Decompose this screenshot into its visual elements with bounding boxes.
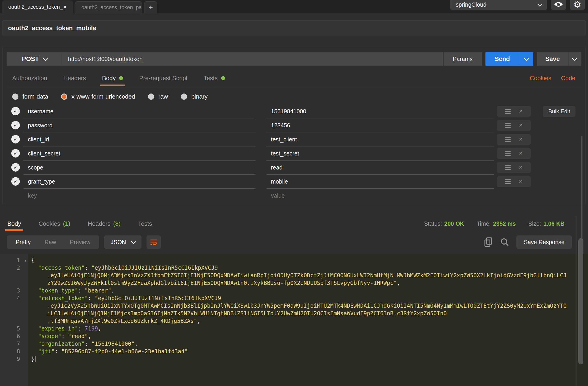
- key-input[interactable]: key: [23, 189, 255, 203]
- save-options-button[interactable]: [568, 52, 581, 66]
- save-button[interactable]: Save: [537, 52, 568, 66]
- value-input[interactable]: test_client: [266, 132, 494, 146]
- view-pretty[interactable]: Pretty: [9, 239, 38, 245]
- chevron-down-icon: [537, 2, 542, 6]
- params-button[interactable]: Params: [443, 52, 482, 66]
- drag-handle-icon[interactable]: [505, 123, 511, 128]
- request-tabs: Authorization Headers Body Pre-request S…: [7, 70, 581, 87]
- delete-row-icon[interactable]: ×: [519, 150, 523, 157]
- response-status-bar: Status:200 OK Time:2352 ms Size:1.06 KB: [424, 220, 574, 227]
- radio-unchecked-icon[interactable]: [181, 94, 187, 100]
- request-tab-label: oauth2_access_token_passv: [81, 4, 142, 11]
- kv-row: ✓ grant_type mobile ×: [2, 175, 586, 189]
- mode-raw[interactable]: raw: [148, 93, 168, 100]
- value-input[interactable]: 15619841000: [266, 104, 494, 118]
- new-tab-button[interactable]: +: [144, 1, 157, 13]
- view-raw[interactable]: Raw: [38, 239, 63, 245]
- request-tab-active[interactable]: oauth2_access_token_ ×: [2, 0, 73, 13]
- request-tab-inactive[interactable]: oauth2_access_token_passv: [75, 1, 142, 13]
- code-line: .eyJ1c2VyX25hbWUiOiIxNTYxOTg0MTAwMCIsInN…: [0, 302, 588, 310]
- key-input[interactable]: username: [23, 104, 255, 118]
- tab-tests[interactable]: Tests: [204, 70, 225, 87]
- radio-unchecked-icon[interactable]: [148, 94, 154, 100]
- mode-x-www-form-urlencoded[interactable]: x-www-form-urlencoded: [61, 93, 135, 100]
- row-checkbox-checked[interactable]: ✓: [11, 163, 20, 172]
- row-checkbox-checked[interactable]: ✓: [11, 177, 20, 186]
- delete-row-icon[interactable]: ×: [519, 136, 523, 142]
- format-select[interactable]: JSON: [104, 235, 142, 249]
- drag-handle-icon[interactable]: [505, 137, 511, 142]
- url-input[interactable]: http://host1:8000/oauth/token: [62, 52, 443, 66]
- tab-authorization[interactable]: Authorization: [12, 70, 47, 87]
- settings-button[interactable]: ⚙: [570, 0, 585, 10]
- delete-row-icon[interactable]: ×: [519, 108, 523, 114]
- response-tabs: Body Cookies (1) Headers (8) Tests Statu…: [7, 217, 574, 231]
- drag-handle-icon[interactable]: [505, 179, 511, 184]
- delete-row-icon[interactable]: ×: [519, 164, 523, 171]
- drag-handle-icon[interactable]: [505, 109, 511, 114]
- key-input[interactable]: scope: [23, 161, 255, 175]
- environment-select[interactable]: springCloud: [450, 0, 547, 10]
- kv-row: ✓ scope read ×: [2, 161, 586, 175]
- key-input[interactable]: client_id: [23, 132, 255, 146]
- eye-icon: [554, 1, 563, 8]
- cookies-link[interactable]: Cookies: [530, 75, 551, 82]
- row-checkbox-checked[interactable]: ✓: [11, 135, 20, 143]
- key-input[interactable]: client_secret: [23, 146, 255, 161]
- save-response-button[interactable]: Save Response: [516, 235, 572, 249]
- send-options-button[interactable]: [519, 52, 533, 66]
- send-button[interactable]: Send: [485, 52, 519, 66]
- row-checkbox-checked[interactable]: ✓: [11, 121, 20, 129]
- drag-handle-icon[interactable]: [505, 151, 511, 156]
- value-input[interactable]: read: [266, 161, 494, 175]
- value-input[interactable]: test_secret: [266, 146, 494, 161]
- wrap-text-icon: [149, 238, 158, 246]
- wrap-text-button[interactable]: [147, 235, 161, 249]
- key-input[interactable]: password: [23, 118, 255, 132]
- search-button[interactable]: [500, 237, 509, 247]
- row-controls: ×: [497, 148, 531, 159]
- checkmark-icon: ✓: [13, 150, 18, 156]
- body-mode-row: form-data x-www-form-urlencoded raw bina…: [12, 91, 208, 102]
- url-group: POST http://host1:8000/oauth/token Param…: [7, 52, 482, 66]
- response-tab-tests[interactable]: Tests: [138, 217, 152, 231]
- key-input[interactable]: grant_type: [23, 175, 255, 189]
- response-tab-body[interactable]: Body: [7, 217, 21, 231]
- value-input[interactable]: value: [266, 189, 494, 203]
- code-line: zY29wZSI6WyJyZWFkIl0sIm9yZ2FuaXphdGlvbiI…: [0, 279, 588, 287]
- view-preview[interactable]: Preview: [63, 239, 97, 245]
- response-tab-cookies[interactable]: Cookies (1): [39, 217, 70, 231]
- delete-row-icon[interactable]: ×: [519, 179, 523, 185]
- response-body-viewer[interactable]: 1▾{2"access_token": "eyJhbGciOiJJIUzI1Ni…: [0, 254, 588, 386]
- method-select[interactable]: POST: [7, 52, 62, 66]
- request-scrollbar[interactable]: [581, 136, 583, 251]
- row-checkbox-checked[interactable]: ✓: [11, 107, 20, 115]
- kv-row: ✓ client_secret test_secret ×: [2, 146, 586, 161]
- fold-arrow-icon[interactable]: ▾: [24, 257, 26, 264]
- tab-body[interactable]: Body: [102, 70, 123, 87]
- text-cursor: [35, 356, 36, 362]
- radio-checked-icon[interactable]: [61, 94, 67, 100]
- close-tab-icon[interactable]: ×: [63, 3, 67, 11]
- drag-handle-icon[interactable]: [505, 165, 511, 170]
- code-line: iLCJleHAiOjE1NjQ1MjE1MjcsImp0aSI6IjNhZTk…: [0, 310, 588, 317]
- bulk-edit-button[interactable]: Bulk Edit: [543, 106, 576, 117]
- code-link[interactable]: Code: [561, 75, 575, 82]
- tab-headers[interactable]: Headers: [63, 70, 86, 87]
- chevron-down-icon: [131, 239, 136, 244]
- value-input[interactable]: mobile: [266, 175, 494, 189]
- tab-pre-request-script[interactable]: Pre-request Script: [139, 70, 188, 87]
- environment-preview-button[interactable]: [551, 0, 566, 10]
- response-scrollbar[interactable]: [578, 238, 583, 364]
- radio-unchecked-icon[interactable]: [12, 94, 19, 100]
- copy-button[interactable]: [484, 237, 493, 247]
- checkmark-icon: ✓: [13, 164, 18, 170]
- response-tab-headers[interactable]: Headers (8): [88, 217, 121, 231]
- delete-row-icon[interactable]: ×: [519, 122, 523, 128]
- checkmark-icon: ✓: [13, 179, 18, 184]
- row-checkbox-checked[interactable]: ✓: [11, 149, 20, 158]
- value-input[interactable]: 123456: [266, 118, 494, 132]
- mode-form-data[interactable]: form-data: [12, 93, 48, 100]
- mode-binary[interactable]: binary: [181, 93, 208, 100]
- row-controls: ×: [497, 106, 531, 117]
